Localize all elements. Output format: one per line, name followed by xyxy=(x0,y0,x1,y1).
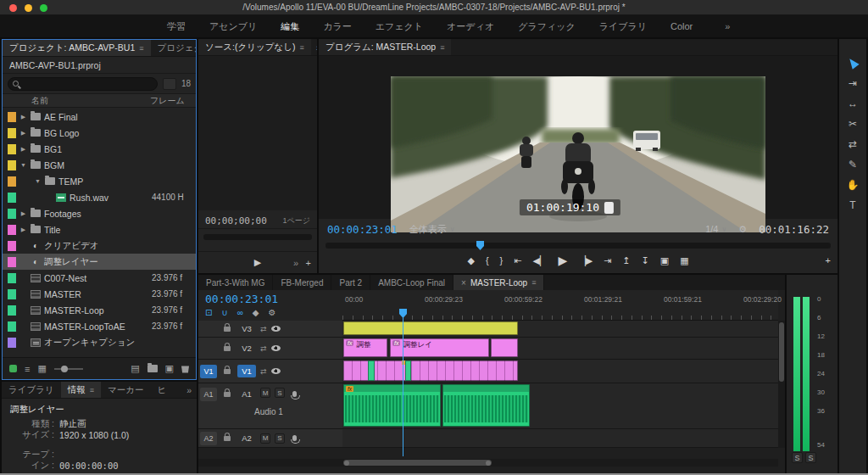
label-chip[interactable] xyxy=(8,144,16,154)
list-item[interactable]: ▼BGM xyxy=(3,157,196,173)
workspace-tab-effects[interactable]: エフェクト xyxy=(364,20,435,33)
settings-wrench-icon[interactable]: ⚙ xyxy=(738,224,747,235)
track-content-v1[interactable] xyxy=(342,360,778,383)
source-patch-a2[interactable]: A2 xyxy=(200,432,217,445)
scrollbar-thumb[interactable] xyxy=(343,460,492,466)
clip-video-short[interactable] xyxy=(405,360,411,381)
tab-info[interactable]: 情報 ≡ xyxy=(61,382,101,398)
workspace-tab-editing[interactable]: 編集 xyxy=(269,20,311,33)
source-patch-a1[interactable]: A1 xyxy=(200,388,217,401)
workspace-tab-graphics[interactable]: グラフィック xyxy=(506,20,587,33)
source-timecode[interactable]: 00;00;00;00 xyxy=(205,215,267,226)
list-item[interactable]: Rush.wav44100 H xyxy=(3,189,196,205)
sequence-tab-active[interactable]: × MASTER-Loop ≡ xyxy=(453,275,544,290)
list-item[interactable]: MASTER-Loop23.976 f xyxy=(3,302,196,318)
type-tool[interactable]: T xyxy=(839,195,866,215)
sequence-tab[interactable]: Part-3-With MG xyxy=(198,275,273,290)
timeline-settings-wrench-icon[interactable]: ⚙ xyxy=(269,308,276,317)
video-frame[interactable]: 01:00:19:10 xyxy=(391,76,765,232)
list-item[interactable]: ▼TEMP xyxy=(3,173,196,189)
list-item[interactable]: MASTER-LoopToAE23.976 f xyxy=(3,318,196,334)
add-button[interactable]: + xyxy=(306,258,311,268)
source-scrubber[interactable] xyxy=(203,234,312,240)
track-content-a1[interactable]: fx xyxy=(342,383,778,429)
list-item[interactable]: ▶BG1 xyxy=(3,141,196,157)
zoom-slider[interactable] xyxy=(54,368,83,370)
mark-in-button[interactable]: { xyxy=(486,255,489,265)
delete-button[interactable] xyxy=(181,365,189,373)
pen-tool[interactable]: ✎ xyxy=(839,154,866,175)
panel-menu-icon[interactable]: ≡ xyxy=(440,43,444,52)
list-item[interactable]: MASTER23.976 f xyxy=(3,286,196,302)
track-label-v2[interactable]: V2 xyxy=(237,342,256,355)
workspace-tab-learning[interactable]: 学習 xyxy=(155,20,198,33)
label-chip[interactable] xyxy=(8,176,16,187)
track-label-v3[interactable]: V3 xyxy=(237,322,256,335)
disclosure-icon[interactable]: ▶ xyxy=(19,146,27,153)
disclosure-icon[interactable]: ▶ xyxy=(19,114,27,120)
list-item-selected[interactable]: ◐調整レイヤー xyxy=(3,254,196,270)
solo-left-button[interactable]: S xyxy=(792,452,803,463)
tab-libraries[interactable]: ライブラリ xyxy=(2,382,61,398)
voiceover-mic-icon[interactable] xyxy=(292,391,297,397)
step-forward-button[interactable]: ▕▶ xyxy=(578,255,593,266)
list-item[interactable]: オープンキャプション xyxy=(3,334,196,350)
disclosure-icon[interactable]: ▶ xyxy=(19,226,27,233)
workspace-tab-audio[interactable]: オーディオ xyxy=(435,20,506,33)
slip-tool[interactable]: ⇄ xyxy=(839,134,866,154)
clip-adjustment[interactable]: fx調整レイ xyxy=(390,338,489,357)
voiceover-mic-icon[interactable] xyxy=(292,435,297,441)
comparison-view-button[interactable]: ▦ xyxy=(680,255,688,266)
snap-toggle-icon[interactable]: ∪ xyxy=(221,308,227,317)
timeline-ruler[interactable]: 00:00 00:00:29:23 00:00:59:22 00:01:29:2… xyxy=(342,290,778,321)
clip-video-short[interactable] xyxy=(368,360,375,381)
playback-resolution-select[interactable]: 1/4∨ xyxy=(705,224,726,234)
tab-history[interactable]: ヒ xyxy=(151,382,174,398)
disclosure-icon[interactable]: ▼ xyxy=(34,178,42,184)
clip-video[interactable] xyxy=(343,321,518,335)
workspace-overflow-button[interactable]: » xyxy=(725,21,730,31)
source-patch-v1[interactable]: V1 xyxy=(200,365,217,378)
filter-bin-button[interactable] xyxy=(163,78,176,90)
minimize-window-button[interactable] xyxy=(25,4,32,12)
solo-right-button[interactable]: S xyxy=(805,452,816,463)
lock-icon[interactable] xyxy=(224,346,231,351)
panel-overflow-button[interactable]: » xyxy=(181,382,197,398)
list-view-button[interactable]: ≡ xyxy=(25,364,30,374)
workspace-tab-assembly[interactable]: アセンブリ xyxy=(198,20,269,33)
solo-button[interactable]: S xyxy=(275,433,285,444)
track-output-eye-icon[interactable] xyxy=(271,345,281,351)
track-output-eye-icon[interactable] xyxy=(271,326,281,332)
track-label-v1[interactable]: V1 xyxy=(237,365,256,377)
list-item[interactable]: ◐クリアビデオ xyxy=(3,238,196,254)
source-patch-v3[interactable] xyxy=(200,322,217,336)
clip-adjustment[interactable] xyxy=(491,338,518,357)
lock-icon[interactable] xyxy=(224,436,231,441)
tab-source[interactable]: ソース:(クリップなし) ≡ xyxy=(198,39,311,55)
step-back-button[interactable]: ◀▏ xyxy=(532,255,547,266)
sync-lock-icon[interactable]: ⇄ xyxy=(260,367,267,376)
label-chip[interactable] xyxy=(8,289,16,299)
list-item[interactable]: ▶AE Final xyxy=(3,109,196,125)
solo-button[interactable]: S xyxy=(275,388,285,398)
play-button[interactable]: ▶ xyxy=(558,254,567,267)
workspace-tab-libraries[interactable]: ライブラリ xyxy=(587,20,659,33)
track-content-v3[interactable] xyxy=(342,321,778,338)
go-to-out-button[interactable]: ⇥ xyxy=(604,255,611,266)
track-label-a1[interactable]: A1 xyxy=(237,388,256,400)
hand-tool[interactable]: ✋ xyxy=(839,175,866,195)
scrollbar-thumb[interactable] xyxy=(779,322,784,382)
automate-to-sequence-button[interactable]: ▤ xyxy=(131,363,139,374)
extract-button[interactable]: ↧ xyxy=(642,255,649,266)
track-content-v2[interactable]: fx調整 fx調整レイ xyxy=(342,338,778,360)
lock-icon[interactable] xyxy=(224,327,231,332)
track-output-eye-icon[interactable] xyxy=(271,368,281,374)
sync-lock-icon[interactable]: ⇄ xyxy=(260,325,267,333)
zoom-level-select[interactable]: 全体表示∨ xyxy=(409,223,455,236)
close-icon[interactable]: × xyxy=(461,278,466,288)
tab-markers[interactable]: マーカー xyxy=(101,382,151,398)
sequence-tab[interactable]: FB-Merged xyxy=(273,275,331,290)
clip-adjustment[interactable]: fx調整 xyxy=(343,338,387,357)
track-label-a2[interactable]: A2 xyxy=(237,432,256,444)
audio-track-name[interactable]: Audio 1 xyxy=(254,407,283,416)
